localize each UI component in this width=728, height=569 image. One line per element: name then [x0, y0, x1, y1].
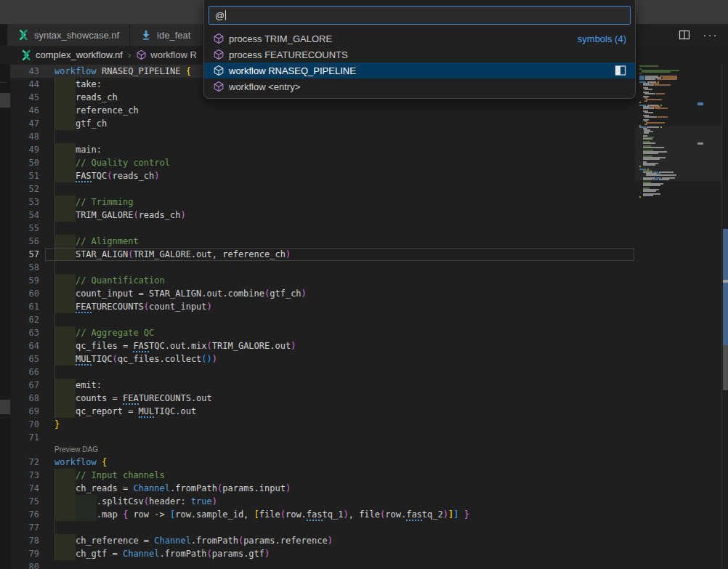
current-line-highlight — [45, 248, 634, 261]
line-number[interactable]: 48 — [10, 130, 39, 143]
line-number[interactable]: 76 — [10, 508, 39, 521]
minimap-info-mark — [697, 102, 703, 105]
line-number[interactable]: 70 — [10, 418, 39, 431]
line-number[interactable]: 65 — [10, 352, 39, 366]
code-line[interactable] — [45, 521, 636, 534]
indent-band — [76, 495, 97, 508]
code-line[interactable] — [45, 560, 636, 569]
line-number[interactable]: 44 — [10, 78, 39, 91]
code-line[interactable]: // Trimming — [45, 195, 636, 209]
code-line[interactable]: .splitCsv(header: true) — [45, 495, 636, 508]
indent-band — [54, 169, 76, 182]
symbol-item-process-featurecounts[interactable]: process FEATURECOUNTS — [204, 47, 635, 62]
line-number[interactable]: 45 — [10, 91, 39, 104]
code-line[interactable]: main: — [45, 143, 636, 156]
code-line[interactable] — [45, 130, 636, 143]
code-line[interactable] — [45, 222, 636, 235]
code-line[interactable]: TRIM_GALORE(reads_ch) — [45, 209, 636, 222]
code-line[interactable]: gtf_ch — [45, 117, 636, 130]
line-number[interactable]: 72 — [10, 456, 39, 469]
code-line[interactable]: // Quantification — [45, 274, 636, 287]
line-number[interactable]: 53 — [10, 195, 39, 209]
line-number[interactable]: 56 — [10, 235, 39, 248]
line-number[interactable]: 59 — [10, 274, 39, 287]
line-number[interactable]: 67 — [10, 379, 39, 392]
line-number[interactable]: 52 — [10, 182, 39, 195]
line-number[interactable]: 73 — [10, 469, 39, 482]
line-number[interactable]: 66 — [10, 366, 39, 379]
code-line[interactable]: qc_files = FASTQC.out.mix(TRIM_GALORE.ou… — [45, 339, 636, 352]
code-line[interactable]: workflow { — [45, 456, 636, 469]
code-line[interactable]: MULTIQC(qc_files.collect()) — [45, 352, 636, 366]
line-number[interactable]: 75 — [10, 495, 39, 508]
breadcrumb-file[interactable]: complex_workflow.nf — [36, 49, 123, 60]
line-number[interactable]: 54 — [10, 209, 39, 222]
minimap-line — [655, 108, 668, 109]
symbol-item-workflow-entry[interactable]: workflow <entry> — [204, 78, 635, 94]
code-line[interactable]: ch_reads = Channel.fromPath(params.input… — [45, 482, 636, 495]
line-number[interactable]: 51 — [10, 169, 39, 182]
indent-band — [54, 547, 76, 560]
code-line[interactable]: FASTQC(reads_ch) — [45, 169, 636, 182]
more-actions-button[interactable]: ··· — [703, 28, 718, 42]
code-line[interactable]: emit: — [45, 379, 636, 392]
line-number[interactable]: 57 — [10, 248, 39, 261]
line-number[interactable]: 47 — [10, 117, 39, 130]
code-line[interactable] — [45, 313, 636, 326]
breadcrumb-symbol[interactable]: workflow R — [150, 49, 197, 60]
line-number[interactable]: 69 — [10, 405, 39, 418]
tab-ide-features[interactable]: ide_feat — [130, 24, 203, 46]
line-number[interactable]: 64 — [10, 339, 39, 352]
indent-guide — [54, 534, 55, 547]
code-layer[interactable]: workflow RNASEQ_PIPELINE { take: reads_c… — [45, 64, 636, 569]
code-line[interactable]: ch_reference = Channel.fromPath(params.r… — [45, 534, 636, 547]
ellipsis-icon: ··· — [703, 31, 719, 39]
code-line[interactable]: } — [45, 418, 636, 431]
line-number[interactable]: 80 — [10, 560, 39, 569]
code-line[interactable]: counts = FEATURECOUNTS.out — [45, 392, 636, 405]
open-to-side-button[interactable] — [615, 65, 626, 76]
code-line[interactable]: ch_gtf = Channel.fromPath(params.gtf) — [45, 547, 636, 560]
line-number[interactable]: 74 — [10, 482, 39, 495]
line-number[interactable]: 55 — [10, 222, 39, 235]
line-number[interactable]: 79 — [10, 547, 39, 560]
symbol-item-workflow-rnaseq-pipeline[interactable]: workflow RNASEQ_PIPELINE — [204, 62, 635, 78]
overview-ruler[interactable] — [721, 64, 728, 569]
code-line[interactable] — [45, 261, 636, 274]
code-line[interactable]: .map { row -> [row.sample_id, [file(row.… — [45, 508, 636, 521]
symbol-item-process-trim-galore[interactable]: process TRIM_GALORE symbols (4) — [204, 31, 635, 47]
tab-syntax-showcase[interactable]: syntax_showcase.nf — [7, 24, 130, 46]
line-number[interactable]: 49 — [10, 143, 39, 156]
code-line[interactable]: // Quality control — [45, 156, 636, 169]
code-line[interactable]: reference_ch — [45, 104, 636, 117]
minimap[interactable] — [636, 64, 721, 569]
split-editor-button[interactable] — [677, 28, 692, 42]
code-line[interactable]: // Input channels — [45, 469, 636, 482]
line-number[interactable]: 71 — [10, 431, 39, 444]
line-number[interactable]: 77 — [10, 521, 39, 534]
code-lens-preview-dag[interactable]: Preview DAG — [54, 444, 98, 456]
line-number[interactable]: 62 — [10, 313, 39, 326]
code-line[interactable] — [45, 182, 636, 195]
line-number[interactable]: 58 — [10, 261, 39, 274]
code-line[interactable]: FEATURECOUNTS(count_input) — [45, 300, 636, 313]
line-number[interactable]: 60 — [10, 287, 39, 300]
minimap-line — [655, 84, 671, 86]
line-number[interactable]: 43 — [10, 65, 39, 78]
scrollbar-slider[interactable] — [723, 345, 728, 390]
line-number[interactable]: 63 — [10, 326, 39, 339]
code-line[interactable]: qc_report = MULTIQC.out — [45, 405, 636, 418]
line-number[interactable]: 61 — [10, 300, 39, 313]
symbol-cube-icon — [136, 49, 147, 60]
code-line[interactable]: // Aggregate QC — [45, 326, 636, 339]
indent-guide — [54, 508, 55, 521]
line-number[interactable]: 78 — [10, 534, 39, 547]
line-number[interactable]: 46 — [10, 104, 39, 117]
symbol-search-input[interactable]: @ — [209, 6, 631, 25]
code-line[interactable] — [45, 431, 636, 444]
line-number[interactable]: 68 — [10, 392, 39, 405]
code-line[interactable]: count_input = STAR_ALIGN.out.combine(gtf… — [45, 287, 636, 300]
code-line[interactable]: // Alignment — [45, 235, 636, 248]
line-number[interactable]: 50 — [10, 156, 39, 169]
code-line[interactable] — [45, 366, 636, 379]
